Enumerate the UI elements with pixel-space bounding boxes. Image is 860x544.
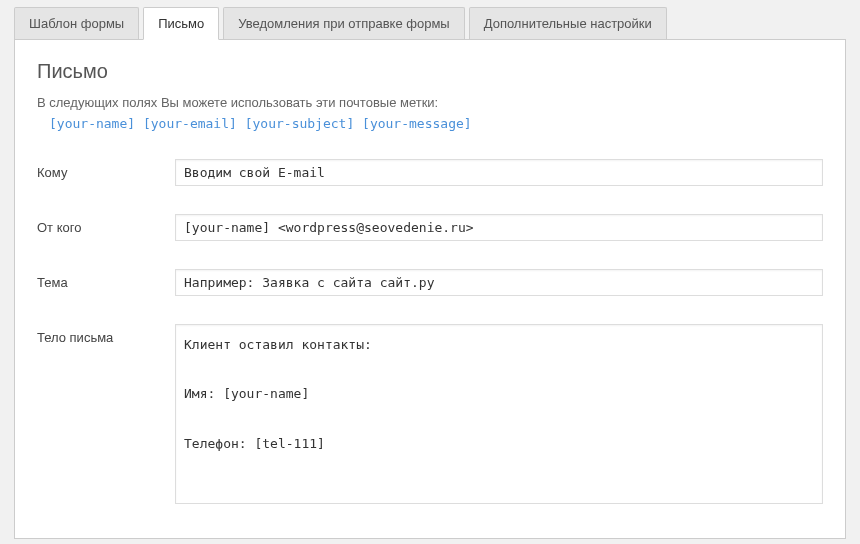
panel-title: Письмо	[37, 60, 823, 83]
tab-mail[interactable]: Письмо	[143, 7, 219, 40]
help-text: В следующих полях Вы можете использовать…	[37, 95, 823, 110]
label-to: Кому	[37, 159, 175, 180]
label-body: Тело письма	[37, 324, 175, 345]
tabs-bar: Шаблон формы Письмо Уведомления при отпр…	[0, 0, 860, 40]
input-from[interactable]	[175, 214, 823, 241]
label-subject: Тема	[37, 269, 175, 290]
tab-additional[interactable]: Дополнительные настройки	[469, 7, 667, 40]
row-subject: Тема	[37, 269, 823, 296]
mail-tags: [your-name] [your-email] [your-subject] …	[37, 116, 823, 131]
row-from: От кого	[37, 214, 823, 241]
label-from: От кого	[37, 214, 175, 235]
textarea-body[interactable]	[175, 324, 823, 504]
tab-messages[interactable]: Уведомления при отправке формы	[223, 7, 464, 40]
mail-panel: Письмо В следующих полях Вы можете испол…	[14, 39, 846, 539]
input-to[interactable]	[175, 159, 823, 186]
row-to: Кому	[37, 159, 823, 186]
tab-form-template[interactable]: Шаблон формы	[14, 7, 139, 40]
row-body: Тело письма	[37, 324, 823, 504]
input-subject[interactable]	[175, 269, 823, 296]
